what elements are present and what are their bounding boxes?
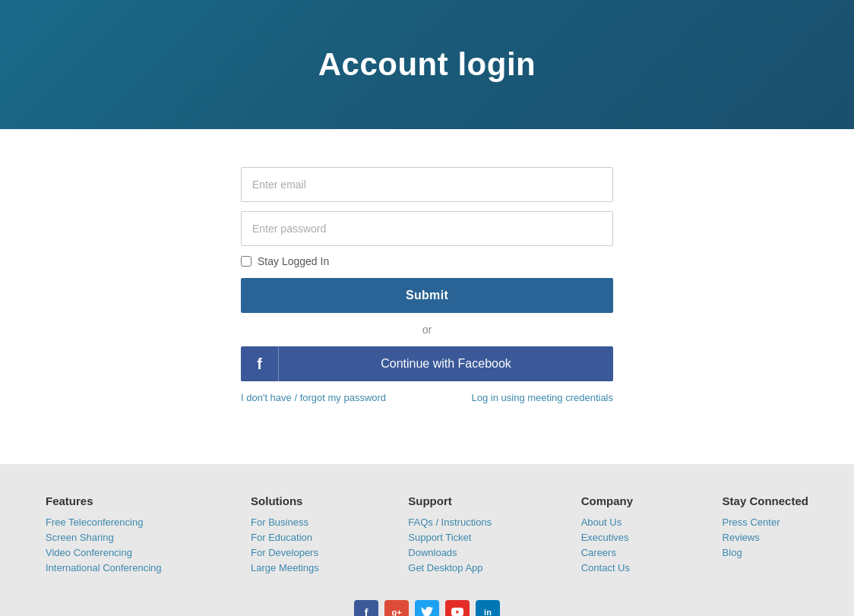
facebook-button-label: Continue with Facebook	[279, 357, 613, 371]
page-header: Account login	[0, 0, 854, 129]
footer-link-support-ticket[interactable]: Support Ticket	[408, 532, 492, 543]
login-form: Stay Logged In Submit or f Continue with…	[241, 167, 613, 403]
or-divider: or	[241, 324, 613, 336]
footer-link-downloads[interactable]: Downloads	[408, 547, 492, 558]
footer: Features Free Teleconferencing Screen Sh…	[0, 464, 854, 616]
footer-link-large-meetings[interactable]: Large Meetings	[251, 562, 319, 573]
footer-link-faqs[interactable]: FAQs / Instructions	[408, 516, 492, 528]
footer-link-reviews[interactable]: Reviews	[723, 532, 808, 543]
links-row: I don't have / forgot my password Log in…	[241, 392, 613, 403]
footer-columns: Features Free Teleconferencing Screen Sh…	[46, 494, 808, 577]
footer-link-screen-sharing[interactable]: Screen Sharing	[46, 532, 162, 543]
footer-link-video-conferencing[interactable]: Video Conferencing	[46, 547, 162, 558]
social-icon-youtube[interactable]	[445, 600, 470, 616]
page-title: Account login	[318, 46, 536, 83]
footer-link-free-teleconferencing[interactable]: Free Teleconferencing	[46, 516, 162, 528]
social-icons-row: f g+ in	[46, 600, 808, 616]
submit-button[interactable]: Submit	[241, 278, 613, 313]
footer-col-company: Company About Us Executives Careers Cont…	[581, 494, 633, 577]
footer-col-support-heading: Support	[408, 494, 492, 507]
footer-col-features-heading: Features	[46, 494, 162, 507]
footer-link-desktop-app[interactable]: Get Desktop App	[408, 562, 492, 573]
footer-link-contact-us[interactable]: Contact Us	[581, 562, 633, 573]
meeting-credentials-link[interactable]: Log in using meeting credentials	[472, 392, 613, 403]
social-icon-facebook[interactable]: f	[354, 600, 378, 616]
facebook-button[interactable]: f Continue with Facebook	[241, 346, 613, 381]
social-icon-linkedin[interactable]: in	[476, 600, 500, 616]
forgot-password-link[interactable]: I don't have / forgot my password	[241, 392, 386, 403]
email-field[interactable]	[241, 167, 613, 202]
stay-logged-checkbox[interactable]	[241, 256, 251, 267]
footer-col-solutions: Solutions For Business For Education For…	[251, 494, 319, 577]
footer-col-company-heading: Company	[581, 494, 633, 507]
facebook-icon: f	[257, 355, 262, 373]
footer-link-about-us[interactable]: About Us	[581, 516, 633, 528]
footer-col-features: Features Free Teleconferencing Screen Sh…	[46, 494, 162, 577]
social-icon-twitter[interactable]	[415, 600, 439, 616]
stay-logged-label: Stay Logged In	[258, 255, 329, 267]
footer-link-for-education[interactable]: For Education	[251, 532, 319, 543]
footer-link-careers[interactable]: Careers	[581, 547, 633, 558]
footer-link-for-business[interactable]: For Business	[251, 516, 319, 528]
footer-link-executives[interactable]: Executives	[581, 532, 633, 543]
footer-link-international-conferencing[interactable]: International Conferencing	[46, 562, 162, 573]
facebook-icon-wrap: f	[241, 346, 279, 381]
footer-col-support: Support FAQs / Instructions Support Tick…	[408, 494, 492, 577]
footer-link-blog[interactable]: Blog	[723, 547, 808, 558]
stay-logged-row: Stay Logged In	[241, 255, 613, 267]
footer-link-for-developers[interactable]: For Developers	[251, 547, 319, 558]
main-content: Stay Logged In Submit or f Continue with…	[0, 129, 854, 464]
footer-col-stay-connected-heading: Stay Connected	[723, 494, 808, 507]
social-icon-googleplus[interactable]: g+	[384, 600, 409, 616]
footer-link-press-center[interactable]: Press Center	[723, 516, 808, 528]
footer-col-stay-connected: Stay Connected Press Center Reviews Blog	[723, 494, 808, 577]
footer-col-solutions-heading: Solutions	[251, 494, 319, 507]
password-field[interactable]	[241, 211, 613, 246]
